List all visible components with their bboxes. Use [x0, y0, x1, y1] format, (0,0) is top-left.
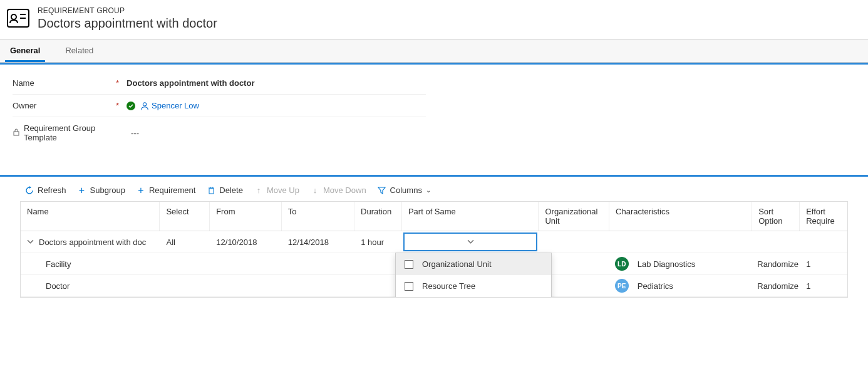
- row-effort: 1: [800, 278, 847, 295]
- popup-option-resource-tree[interactable]: Resource Tree: [396, 275, 551, 297]
- checkbox[interactable]: [405, 260, 413, 269]
- required-marker: *: [116, 78, 119, 88]
- row-effort: 1: [800, 256, 847, 273]
- col-name[interactable]: Name: [21, 202, 160, 231]
- char-badge: LD: [615, 257, 629, 271]
- trash-icon: [207, 186, 215, 195]
- grid-section: Refresh + Subgroup + Requirement Delete …: [0, 175, 868, 298]
- svg-point-4: [143, 102, 146, 105]
- col-from[interactable]: From: [210, 202, 281, 231]
- svg-point-1: [11, 14, 16, 19]
- row-sort: Randomize: [751, 256, 800, 273]
- row-name: Doctors appointment with doc: [39, 238, 146, 247]
- name-value: Doctors appointment with doctor: [127, 78, 426, 88]
- tab-general[interactable]: General: [5, 39, 45, 62]
- popup-option-location[interactable]: Location: [396, 297, 551, 298]
- arrow-up-icon: ↑: [254, 186, 263, 195]
- name-label: Name: [13, 78, 34, 88]
- char-text: Lab Diagnostics: [638, 259, 696, 269]
- presence-available-icon: [127, 102, 135, 110]
- row-name: Facility: [21, 256, 160, 273]
- col-select[interactable]: Select: [160, 202, 210, 231]
- checkbox[interactable]: [405, 282, 413, 291]
- part-of-same-dropdown[interactable]: [403, 233, 537, 251]
- arrow-down-icon: ↓: [311, 186, 319, 195]
- row-characteristics: PE Pediatrics: [609, 275, 752, 296]
- user-icon: [140, 102, 149, 110]
- subgroup-button[interactable]: + Subgroup: [78, 186, 125, 195]
- owner-label: Owner: [13, 101, 36, 110]
- moveup-button: ↑ Move Up: [254, 186, 299, 195]
- table-row[interactable]: Doctors appointment with doc All 12/10/2…: [21, 231, 847, 253]
- requirement-group-icon: [5, 5, 31, 31]
- delete-button[interactable]: Delete: [207, 186, 243, 195]
- grid-toolbar: Refresh + Subgroup + Requirement Delete …: [10, 182, 858, 201]
- row-select: All: [160, 234, 210, 251]
- part-of-same-popup: Organizational Unit Resource Tree Locati…: [395, 253, 552, 298]
- row-duration: 1 hour: [354, 234, 402, 251]
- tab-related[interactable]: Related: [60, 39, 98, 62]
- page-title: Doctors appointment with doctor: [38, 16, 217, 31]
- col-sort[interactable]: Sort Option: [752, 202, 800, 231]
- field-name[interactable]: Name * Doctors appointment with doctor: [13, 72, 426, 95]
- char-text: Pediatrics: [638, 281, 673, 291]
- popup-option-org-unit[interactable]: Organizational Unit: [396, 253, 551, 275]
- owner-user-link[interactable]: Spencer Low: [137, 101, 199, 110]
- field-template: Requirement Group Template ---: [13, 117, 426, 149]
- row-characteristics: LD Lab Diagnostics: [609, 253, 752, 274]
- refresh-icon: [25, 186, 34, 195]
- owner-value: Spencer Low: [152, 101, 199, 110]
- col-duration[interactable]: Duration: [354, 202, 402, 231]
- char-badge: PE: [615, 279, 629, 293]
- entity-type-label: REQUIREMENT GROUP: [38, 6, 217, 15]
- refresh-button[interactable]: Refresh: [25, 186, 66, 195]
- grid-header: Name Select From To Duration Part of Sam…: [21, 202, 847, 231]
- movedown-button: ↓ Move Down: [311, 186, 366, 195]
- template-label: Requirement Group Template: [24, 123, 116, 142]
- col-part[interactable]: Part of Same: [402, 202, 539, 231]
- row-from: 12/10/2018: [210, 234, 282, 251]
- plus-icon: +: [78, 186, 86, 195]
- col-char[interactable]: Characteristics: [609, 202, 752, 231]
- chevron-down-icon[interactable]: [27, 238, 34, 247]
- chevron-down-icon: [467, 238, 474, 247]
- col-to[interactable]: To: [282, 202, 354, 231]
- plus-icon: +: [137, 186, 145, 195]
- row-to: 12/14/2018: [282, 234, 354, 251]
- requirement-button[interactable]: + Requirement: [137, 186, 195, 195]
- field-owner[interactable]: Owner * Spencer Low: [13, 95, 426, 117]
- col-org[interactable]: Organizational Unit: [539, 202, 609, 231]
- svg-rect-5: [14, 132, 19, 135]
- page-header: REQUIREMENT GROUP Doctors appointment wi…: [0, 0, 868, 39]
- tab-bar: General Related: [0, 39, 868, 63]
- col-effort[interactable]: Effort Require: [800, 202, 847, 231]
- required-marker: *: [116, 101, 119, 110]
- template-value: ---: [116, 128, 426, 138]
- row-sort: Randomize: [751, 278, 800, 295]
- requirements-grid: Name Select From To Duration Part of Sam…: [20, 201, 848, 298]
- form-section: Name * Doctors appointment with doctor O…: [0, 63, 868, 156]
- svg-rect-6: [209, 189, 214, 194]
- row-name: Doctor: [21, 278, 160, 295]
- lock-icon: [13, 128, 20, 138]
- columns-button[interactable]: Columns ⌄: [378, 186, 431, 195]
- chevron-down-icon: ⌄: [426, 187, 431, 194]
- filter-icon: [378, 186, 386, 195]
